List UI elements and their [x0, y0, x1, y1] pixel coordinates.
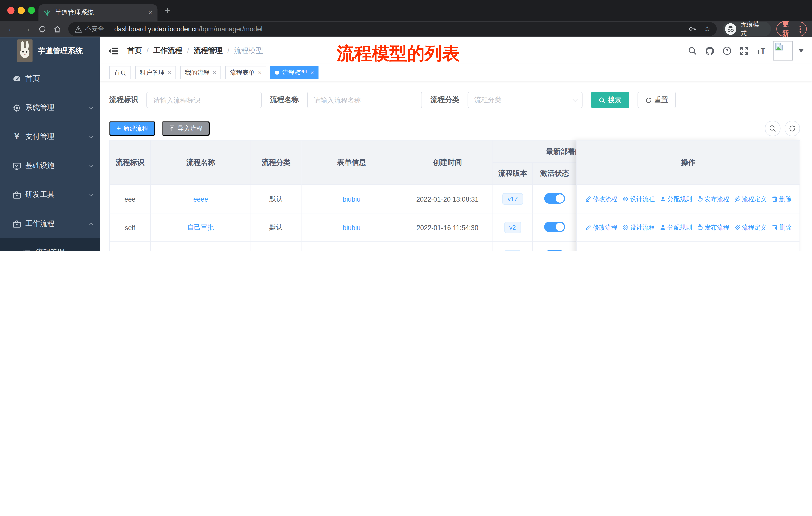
- key-icon[interactable]: [688, 25, 696, 33]
- sidebar-item-home[interactable]: 首页: [0, 64, 100, 93]
- url-bar[interactable]: 不安全 dashboard.yudao.iocoder.cn /bpm/mana…: [68, 22, 717, 35]
- avatar-caret-icon[interactable]: [799, 49, 804, 52]
- chevron-up-icon: [88, 222, 93, 227]
- fullscreen-icon[interactable]: [740, 46, 749, 55]
- col-header-category: 流程分类: [251, 141, 301, 185]
- app-logo: [17, 39, 33, 62]
- col-header-created: 创建时间: [402, 141, 493, 185]
- process-definition-link[interactable]: 流程定义: [734, 194, 767, 203]
- user-icon: [660, 224, 666, 230]
- bookmark-star-icon[interactable]: ☆: [703, 24, 710, 34]
- form-info-link[interactable]: biubiu: [343, 223, 360, 231]
- active-state-toggle[interactable]: [544, 221, 565, 232]
- active-state-toggle[interactable]: [544, 193, 565, 203]
- forward-icon[interactable]: →: [23, 24, 31, 34]
- url-path[interactable]: /bpm/manager/model: [199, 25, 263, 33]
- github-icon[interactable]: [705, 46, 715, 56]
- url-host[interactable]: dashboard.yudao.iocoder.cn: [114, 25, 199, 33]
- font-size-icon[interactable]: тT: [757, 46, 765, 55]
- process-name-input[interactable]: [307, 92, 422, 108]
- tab-close-icon[interactable]: ×: [148, 8, 152, 17]
- import-process-button[interactable]: 导入流程: [162, 121, 210, 136]
- design-process-link[interactable]: 设计流程: [622, 223, 655, 232]
- breadcrumb-item[interactable]: 工作流程: [153, 46, 182, 55]
- reset-button[interactable]: 重置: [638, 92, 676, 108]
- version-badge[interactable]: v2: [504, 222, 521, 233]
- publish-process-link[interactable]: 发布流程: [697, 223, 729, 232]
- window-zoom-button[interactable]: [28, 7, 35, 14]
- home-icon[interactable]: [53, 25, 61, 33]
- tag-close-icon[interactable]: ×: [310, 69, 314, 76]
- paperclip-icon: [734, 196, 740, 202]
- tag-process-form[interactable]: 流程表单×: [225, 66, 266, 79]
- update-label[interactable]: 更新: [782, 20, 795, 38]
- sidebar-collapse-icon[interactable]: [108, 46, 118, 55]
- cell-category: OA: [251, 242, 301, 251]
- publish-process-link[interactable]: 发布流程: [697, 194, 729, 203]
- edit-process-link[interactable]: 修改流程: [585, 223, 618, 232]
- favicon-sprout-icon: [44, 9, 51, 16]
- security-warning-icon[interactable]: [75, 26, 82, 32]
- form-info-link[interactable]: biubiu: [343, 195, 360, 203]
- sidebar-item-infra[interactable]: 基础设施: [0, 151, 100, 180]
- browser-menu-icon[interactable]: [800, 26, 801, 32]
- refresh-button[interactable]: [785, 121, 800, 136]
- chevron-down-icon: [88, 163, 93, 167]
- browser-tab[interactable]: 芋道管理系统 ×: [38, 4, 157, 21]
- process-name-link[interactable]: eeee: [193, 195, 208, 203]
- sidebar-item-system[interactable]: 系统管理: [0, 93, 100, 122]
- hand-point-icon: [697, 224, 703, 230]
- back-icon[interactable]: ←: [7, 24, 16, 34]
- sidebar-item-devtools[interactable]: 研发工具: [0, 181, 100, 209]
- search-icon[interactable]: [688, 46, 697, 55]
- process-id-input[interactable]: [146, 92, 262, 108]
- tag-tenant[interactable]: 租户管理×: [135, 66, 176, 79]
- tag-close-icon[interactable]: ×: [213, 69, 216, 76]
- tag-process-model[interactable]: 流程模型×: [270, 66, 318, 79]
- svg-text:?: ?: [726, 48, 729, 54]
- edit-process-link[interactable]: 修改流程: [585, 194, 618, 203]
- window-close-button[interactable]: [7, 7, 14, 14]
- search-button[interactable]: 搜索: [591, 92, 629, 108]
- create-process-button[interactable]: + 新建流程: [109, 121, 155, 136]
- col-header-name: 流程名称: [150, 141, 251, 185]
- breadcrumb-current: 流程模型: [234, 46, 263, 55]
- tag-my-process[interactable]: 我的流程×: [180, 66, 221, 79]
- avatar[interactable]: [773, 41, 793, 60]
- tag-close-icon[interactable]: ×: [258, 69, 262, 76]
- assign-rule-link[interactable]: 分配规则: [660, 223, 692, 232]
- design-process-link[interactable]: 设计流程: [622, 194, 655, 203]
- col-header-state: 激活状态: [532, 163, 577, 185]
- sidebar-item-process-mgmt[interactable]: 流程管理: [0, 238, 100, 251]
- show-search-button[interactable]: [765, 121, 781, 136]
- breadcrumb-item[interactable]: 首页: [127, 46, 142, 55]
- process-definition-link[interactable]: 流程定义: [734, 223, 767, 232]
- red-annotation: 流程模型的列表: [337, 42, 460, 66]
- chevron-down-icon: [573, 97, 578, 102]
- reload-icon[interactable]: [38, 25, 46, 33]
- help-icon[interactable]: ?: [723, 46, 732, 55]
- page-content: 流程标识 流程名称 流程分类 流程分类 搜索 重置: [100, 81, 812, 251]
- cell-created-time: 2022-01-16 11:54:30: [402, 213, 493, 242]
- delete-link[interactable]: 删除: [771, 194, 791, 203]
- tag-close-icon[interactable]: ×: [168, 69, 171, 76]
- new-tab-button[interactable]: +: [165, 6, 170, 15]
- gear-icon: [12, 103, 21, 112]
- security-label: 不安全: [85, 25, 104, 33]
- tag-home[interactable]: 首页: [109, 66, 131, 79]
- window-minimize-button[interactable]: [18, 7, 25, 14]
- window-controls[interactable]: [7, 7, 35, 14]
- browser-update-button[interactable]: 更新: [777, 22, 807, 36]
- sidebar-item-payment[interactable]: ¥ 支付管理: [0, 122, 100, 151]
- version-badge[interactable]: v17: [502, 193, 523, 205]
- delete-link[interactable]: 删除: [771, 223, 791, 232]
- filter-category-label: 流程分类: [430, 95, 459, 105]
- sidebar-item-workflow[interactable]: 工作流程: [0, 209, 100, 238]
- assign-rule-link[interactable]: 分配规则: [660, 194, 692, 203]
- process-model-table: 流程标识 流程名称 流程分类 表单信息 创建时间 最新部署的流程定义 流程版本 …: [109, 140, 800, 251]
- process-name-link[interactable]: 自己审批: [187, 223, 214, 231]
- version-badge[interactable]: v5: [504, 250, 521, 251]
- category-select[interactable]: 流程分类: [468, 92, 583, 108]
- breadcrumb-item[interactable]: 流程管理: [194, 46, 223, 55]
- active-state-toggle[interactable]: [544, 250, 565, 251]
